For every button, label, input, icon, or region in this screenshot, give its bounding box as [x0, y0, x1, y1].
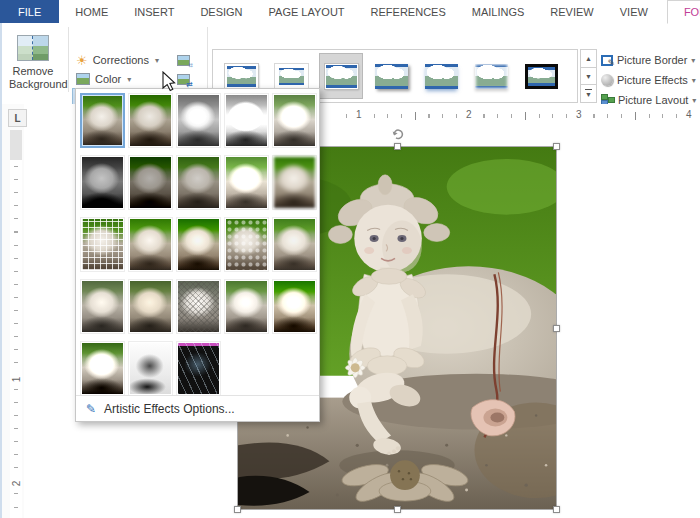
ruler-number: 3	[573, 109, 585, 120]
remove-background-icon	[17, 35, 49, 61]
rotation-handle[interactable]	[390, 126, 405, 141]
picture-effects-label: Picture Effects	[617, 74, 688, 86]
resize-handle-top-right[interactable]	[553, 143, 560, 150]
picture-effects-icon	[601, 74, 613, 86]
effect-preview	[130, 157, 171, 208]
compress-pictures-button[interactable]: ⌗	[172, 50, 194, 70]
picture-border-label: Picture Border	[617, 54, 687, 66]
ribbon-tab[interactable]: DESIGN	[187, 0, 255, 23]
tab-stop-selector[interactable]: L	[8, 109, 27, 127]
artistic-effect-thumbnail[interactable]	[128, 341, 173, 396]
artistic-effect-thumbnail[interactable]	[176, 93, 221, 148]
ribbon-tab[interactable]: PAGE LAYOUT	[256, 0, 358, 23]
gallery-scroll-up-button[interactable]: ▲	[580, 49, 597, 68]
picture-effects-button[interactable]: Picture Effects	[601, 71, 696, 89]
style-preview-icon	[275, 64, 308, 89]
effects-options-icon: ✎	[86, 403, 96, 415]
artistic-effect-thumbnail[interactable]	[224, 155, 269, 210]
effect-preview	[226, 157, 267, 208]
artistic-effect-thumbnail[interactable]	[176, 217, 221, 272]
effect-preview	[226, 219, 267, 270]
effect-preview	[82, 219, 123, 270]
artistic-effect-thumbnail[interactable]	[272, 217, 317, 272]
artistic-effect-thumbnail[interactable]	[176, 341, 221, 396]
artistic-effect-thumbnail[interactable]	[224, 93, 269, 148]
effect-preview	[82, 281, 123, 332]
ruler-number: 1	[11, 374, 22, 386]
artistic-effect-thumbnail[interactable]	[80, 155, 125, 210]
style-preview-icon	[325, 64, 358, 89]
resize-handle-middle-right[interactable]	[553, 325, 560, 332]
artistic-effect-thumbnail[interactable]	[128, 217, 173, 272]
style-preview-icon	[425, 64, 458, 89]
corrections-sun-icon	[76, 54, 88, 67]
artistic-effect-thumbnail[interactable]	[272, 93, 317, 148]
effect-preview	[83, 96, 122, 145]
effect-preview	[274, 281, 315, 332]
artistic-effect-thumbnail[interactable]	[176, 155, 221, 210]
ribbon-tab[interactable]: MAILINGS	[459, 0, 538, 23]
artistic-effect-thumbnail[interactable]	[128, 93, 173, 148]
effects-options-label: Artistic Effects Options...	[104, 402, 235, 416]
artistic-effects-options-item[interactable]: ✎ Artistic Effects Options...	[76, 395, 319, 421]
group-separator	[207, 27, 208, 92]
picture-style-thumbnail[interactable]	[470, 54, 512, 98]
color-label: Color	[95, 73, 121, 85]
effect-preview	[178, 157, 219, 208]
artistic-effect-thumbnail[interactable]	[80, 341, 125, 396]
ruler-number: 4	[683, 109, 695, 120]
effect-preview	[130, 219, 171, 270]
effect-preview	[82, 157, 123, 208]
ribbon-tab[interactable]: VIEW	[607, 0, 661, 23]
artistic-effect-thumbnail[interactable]	[80, 279, 125, 334]
artistic-effect-thumbnail[interactable]	[80, 217, 125, 272]
resize-handle-bottom-center[interactable]	[394, 506, 401, 513]
artistic-effect-thumbnail[interactable]	[80, 93, 125, 148]
style-preview-icon	[225, 64, 258, 89]
artistic-effects-grid	[80, 93, 317, 396]
artistic-effect-thumbnail[interactable]	[224, 279, 269, 334]
ribbon-tab[interactable]: REFERENCES	[358, 0, 459, 23]
effect-preview	[274, 219, 315, 270]
artistic-effect-thumbnail[interactable]	[272, 155, 317, 210]
picture-style-thumbnail[interactable]	[370, 54, 412, 98]
artistic-effect-thumbnail[interactable]	[176, 279, 221, 334]
ruler-number: 1	[353, 109, 365, 120]
artistic-effects-dropdown: ✎ Artistic Effects Options...	[75, 88, 320, 422]
color-picture-icon	[76, 73, 90, 85]
picture-style-thumbnail[interactable]	[320, 54, 362, 98]
picture-style-thumbnail[interactable]	[520, 54, 562, 98]
picture-border-button[interactable]: Picture Border	[601, 51, 695, 69]
vertical-ruler[interactable]: 123	[10, 130, 22, 518]
ribbon-tab[interactable]: INSERT	[121, 0, 187, 23]
tab-file[interactable]: FILE	[0, 0, 59, 23]
effect-preview	[178, 219, 219, 270]
resize-handle-bottom-right[interactable]	[553, 506, 560, 513]
effect-preview	[178, 95, 219, 146]
ribbon-tab[interactable]: FORMAT	[667, 0, 700, 24]
artistic-effect-thumbnail[interactable]	[224, 217, 269, 272]
effect-preview	[130, 343, 171, 394]
artistic-effect-thumbnail[interactable]	[272, 279, 317, 334]
picture-style-thumbnail[interactable]	[420, 54, 462, 98]
remove-background-button[interactable]: Remove Background	[2, 25, 64, 99]
color-button[interactable]: Color	[76, 70, 131, 88]
gallery-scroll-down-button[interactable]: ▼	[580, 67, 597, 86]
resize-handle-bottom-left[interactable]	[234, 506, 241, 513]
group-separator	[68, 27, 69, 92]
effect-preview	[274, 95, 315, 146]
effect-preview	[130, 95, 171, 146]
window-left-edge	[0, 23, 2, 518]
ribbon-tab[interactable]: REVIEW	[537, 0, 606, 23]
gallery-more-button[interactable]: ▼	[580, 84, 597, 103]
ribbon-tab[interactable]: HOME	[62, 0, 121, 23]
artistic-effect-thumbnail[interactable]	[128, 279, 173, 334]
word-window: FILE HOMEINSERTDESIGNPAGE LAYOUTREFERENC…	[0, 0, 700, 518]
artistic-effect-thumbnail[interactable]	[128, 155, 173, 210]
corrections-button[interactable]: Corrections	[76, 51, 159, 69]
corrections-label: Corrections	[93, 54, 149, 66]
change-picture-button[interactable]: ⇄	[172, 69, 194, 89]
effect-preview	[226, 281, 267, 332]
resize-handle-top-center[interactable]	[394, 143, 401, 150]
gallery-scrollbar: ▲ ▼ ▼	[580, 49, 597, 103]
